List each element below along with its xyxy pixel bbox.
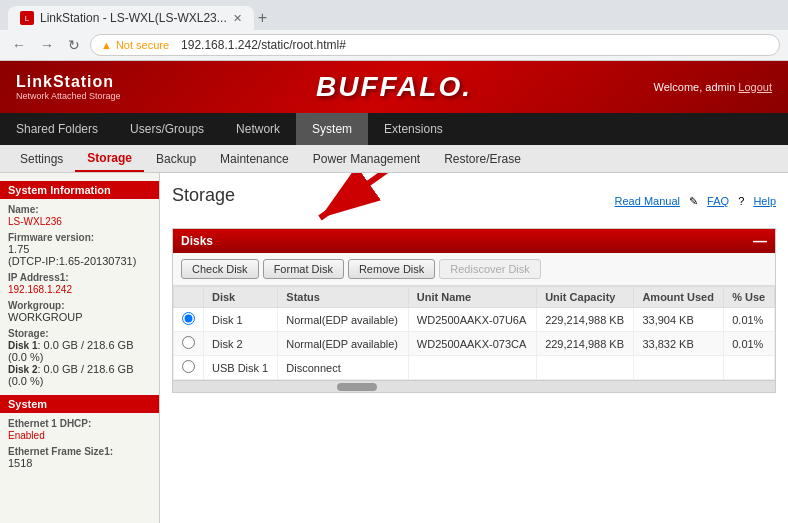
logo-title: LinkStation xyxy=(16,73,121,91)
nav-system[interactable]: System xyxy=(296,113,368,145)
disk-percent-used: 0.01% xyxy=(724,308,775,332)
panel-collapse-btn[interactable]: — xyxy=(753,233,767,249)
help-links: Read Manual ✎ FAQ ? Help xyxy=(615,195,776,208)
panel-header: Disks — xyxy=(173,229,775,253)
sidebar-storage: Storage: Disk 1: 0.0 GB / 218.6 GB (0.0 … xyxy=(8,327,151,387)
sidebar-system-info: System Information Name: LS-WXL236 Firmw… xyxy=(8,181,151,387)
disk-radio[interactable] xyxy=(174,332,204,356)
disk-unit-name xyxy=(408,356,536,380)
table-row[interactable]: Disk 1Normal(EDP available)WD2500AAKX-07… xyxy=(174,308,775,332)
sub-nav-storage[interactable]: Storage xyxy=(75,145,144,172)
rediscover-disk-button: Rediscover Disk xyxy=(439,259,540,279)
sidebar-frame-size: Ethernet Frame Size1: 1518 xyxy=(8,445,151,469)
sidebar-system-title: System xyxy=(0,395,159,413)
page-title: Storage xyxy=(172,185,235,206)
sidebar-ip: IP Address1: 192.168.1.242 xyxy=(8,271,151,295)
sub-nav-power-mgmt[interactable]: Power Management xyxy=(301,145,432,172)
url-text: 192.168.1.242/static/root.html# xyxy=(181,38,346,52)
browser-chrome: L LinkStation - LS-WXL(LS-WXL23... ✕ + ←… xyxy=(0,0,788,61)
header-right: Welcome, admin Logout xyxy=(654,81,772,93)
col-unit-name: Unit Name xyxy=(408,287,536,308)
tab-title: LinkStation - LS-WXL(LS-WXL23... xyxy=(40,11,227,25)
main-content: Storage Read Manual ✎ FAQ ? Help Disks —… xyxy=(160,173,788,523)
nav-network[interactable]: Network xyxy=(220,113,296,145)
disk-table-wrapper: Disk Status Unit Name Unit Capacity Amou… xyxy=(173,286,775,380)
back-button[interactable]: ← xyxy=(8,35,30,55)
disk-unit-capacity xyxy=(537,356,634,380)
horizontal-scrollbar[interactable] xyxy=(173,380,775,392)
sub-nav: Settings Storage Backup Maintenance Powe… xyxy=(0,145,788,173)
col-radio xyxy=(174,287,204,308)
nav-users-groups[interactable]: Users/Groups xyxy=(114,113,220,145)
app-header: LinkStation Network Attached Storage BUF… xyxy=(0,61,788,113)
col-disk: Disk xyxy=(204,287,278,308)
panel-toolbar: Check Disk Format Disk Remove Disk Redis… xyxy=(173,253,775,286)
disk-status: Normal(EDP available) xyxy=(278,308,409,332)
sub-nav-restore-erase[interactable]: Restore/Erase xyxy=(432,145,533,172)
disk-unit-name: WD2500AAKX-073CA xyxy=(408,332,536,356)
faq-link[interactable]: FAQ xyxy=(707,195,729,207)
remove-disk-button[interactable]: Remove Disk xyxy=(348,259,435,279)
check-disk-button[interactable]: Check Disk xyxy=(181,259,259,279)
tab-close-btn[interactable]: ✕ xyxy=(233,12,242,25)
disk-table: Disk Status Unit Name Unit Capacity Amou… xyxy=(173,286,775,380)
sidebar: System Information Name: LS-WXL236 Firmw… xyxy=(0,173,160,523)
logo-area: LinkStation Network Attached Storage xyxy=(16,73,121,101)
new-tab-button[interactable]: + xyxy=(258,9,267,27)
sidebar-name: Name: LS-WXL236 xyxy=(8,203,151,227)
col-status: Status xyxy=(278,287,409,308)
disk-unit-name: WD2500AAKX-07U6A xyxy=(408,308,536,332)
col-unit-capacity: Unit Capacity xyxy=(537,287,634,308)
disk-amount-used: 33,904 KB xyxy=(634,308,724,332)
disk-radio[interactable] xyxy=(174,356,204,380)
sidebar-firmware: Firmware version: 1.75 (DTCP-IP:1.65-201… xyxy=(8,231,151,267)
disk-unit-capacity: 229,214,988 KB xyxy=(537,332,634,356)
disk-percent-used xyxy=(724,356,775,380)
reload-button[interactable]: ↻ xyxy=(64,35,84,55)
help-link[interactable]: Help xyxy=(753,195,776,207)
security-icon: ▲ xyxy=(101,39,112,51)
arrow-annotation-system xyxy=(420,173,540,181)
buffalo-logo: BUFFALO. xyxy=(316,71,472,103)
url-box[interactable]: ▲ Not secure 192.168.1.242/static/root.h… xyxy=(90,34,780,56)
disks-panel: Disks — Check Disk Format Disk Remove Di… xyxy=(172,228,776,393)
logo-sub: Network Attached Storage xyxy=(16,91,121,101)
address-bar: ← → ↻ ▲ Not secure 192.168.1.242/static/… xyxy=(0,30,788,60)
disk-status: Disconnect xyxy=(278,356,409,380)
app-container: LinkStation Network Attached Storage BUF… xyxy=(0,61,788,523)
main-nav: Shared Folders Users/Groups Network Syst… xyxy=(0,113,788,145)
logout-link[interactable]: Logout xyxy=(738,81,772,93)
tab-favicon: L xyxy=(20,11,34,25)
tab-bar: L LinkStation - LS-WXL(LS-WXL23... ✕ + xyxy=(0,0,788,30)
sidebar-ethernet: Ethernet 1 DHCP: Enabled xyxy=(8,417,151,441)
sidebar-system: System Ethernet 1 DHCP: Enabled Ethernet… xyxy=(8,395,151,469)
disk-amount-used xyxy=(634,356,724,380)
panel-title: Disks xyxy=(181,234,213,248)
sub-nav-maintenance[interactable]: Maintenance xyxy=(208,145,301,172)
disk-name: Disk 1 xyxy=(204,308,278,332)
welcome-text: Welcome, admin xyxy=(654,81,736,93)
sidebar-workgroup: Workgroup: WORKGROUP xyxy=(8,299,151,323)
not-secure-label: Not secure xyxy=(116,39,169,51)
sub-nav-settings[interactable]: Settings xyxy=(8,145,75,172)
active-tab[interactable]: L LinkStation - LS-WXL(LS-WXL23... ✕ xyxy=(8,6,254,30)
col-percent-used: % Use xyxy=(724,287,775,308)
format-disk-button[interactable]: Format Disk xyxy=(263,259,344,279)
disk-radio[interactable] xyxy=(174,308,204,332)
scroll-thumb[interactable] xyxy=(337,383,377,391)
disk-amount-used: 33,832 KB xyxy=(634,332,724,356)
main-layout: System Information Name: LS-WXL236 Firmw… xyxy=(0,173,788,523)
sub-nav-backup[interactable]: Backup xyxy=(144,145,208,172)
read-manual-link[interactable]: Read Manual xyxy=(615,195,680,207)
disk-status: Normal(EDP available) xyxy=(278,332,409,356)
forward-button[interactable]: → xyxy=(36,35,58,55)
nav-shared-folders[interactable]: Shared Folders xyxy=(0,113,114,145)
table-row[interactable]: Disk 2Normal(EDP available)WD2500AAKX-07… xyxy=(174,332,775,356)
table-header-row: Disk Status Unit Name Unit Capacity Amou… xyxy=(174,287,775,308)
table-row[interactable]: USB Disk 1Disconnect xyxy=(174,356,775,380)
disk-unit-capacity: 229,214,988 KB xyxy=(537,308,634,332)
nav-extensions[interactable]: Extensions xyxy=(368,113,459,145)
disk-percent-used: 0.01% xyxy=(724,332,775,356)
disk-name: Disk 2 xyxy=(204,332,278,356)
sidebar-system-info-title: System Information xyxy=(0,181,159,199)
